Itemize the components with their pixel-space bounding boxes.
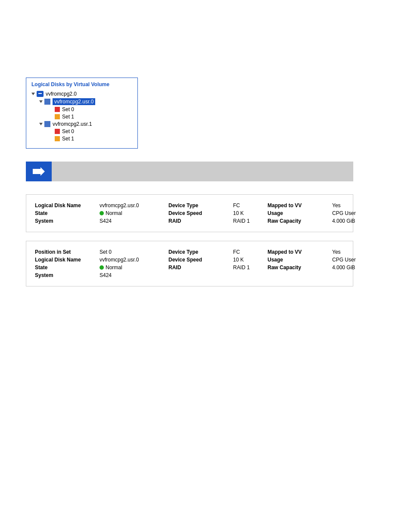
state-text-1: Normal — [106, 264, 122, 271]
label-usage-1: Usage — [268, 257, 332, 263]
arrow-button[interactable] — [26, 162, 52, 181]
status-dot-1 — [100, 265, 104, 270]
collapse-child0-icon[interactable] — [39, 100, 43, 103]
tree-child-node-0[interactable]: vvfromcpg2.usr.0 — [31, 98, 132, 105]
tree-panel-title: Logical Disks by Virtual Volume — [31, 81, 132, 87]
label-mapped-to-vv-1: Mapped to VV — [268, 249, 332, 255]
arrow-bar — [26, 162, 353, 181]
root-node-label: vvfromcpg2.0 — [46, 91, 77, 97]
child-node-1-label[interactable]: vvfromcpg2.usr.1 — [53, 121, 92, 127]
value-device-type-0: FC — [233, 202, 268, 208]
label-device-speed-0: Device Speed — [168, 210, 233, 216]
tree-panel: Logical Disks by Virtual Volume vvfromcp… — [26, 78, 138, 149]
value-raw-capacity-1: 4.000 GiB — [332, 264, 384, 271]
label-logical-disk-name-0: Logical Disk Name — [35, 202, 100, 208]
detail-panel-1: Position in Set Set 0 Device Type FC Map… — [26, 241, 353, 286]
label-device-type-0: Device Type — [168, 202, 233, 208]
detail-grid-0: Logical Disk Name vvfromcpg2.usr.0 Devic… — [35, 202, 344, 224]
label-state-1: State — [35, 264, 100, 271]
status-dot-0 — [100, 211, 104, 215]
set-node-0-1-label: Set 1 — [62, 114, 74, 120]
value-raid-0: RAID 1 — [233, 218, 268, 224]
value-raid-1: RAID 1 — [233, 264, 268, 271]
label-device-type-1: Device Type — [168, 249, 233, 255]
value-device-speed-0: 10 K — [233, 210, 268, 216]
value-mapped-to-vv-0: Yes — [332, 202, 384, 208]
tree-root-node[interactable]: vvfromcpg2.0 — [31, 91, 132, 97]
label-position-in-set-1: Position in Set — [35, 249, 100, 255]
label-system-1: System — [35, 272, 100, 278]
value-logical-disk-name-0: vvfromcpg2.usr.0 — [100, 202, 168, 208]
set-red-icon-1 — [55, 129, 60, 134]
label-logical-disk-name-1: Logical Disk Name — [35, 257, 100, 263]
vv-icon-0 — [44, 99, 50, 105]
set-node-1-0[interactable]: Set 0 — [31, 128, 132, 134]
value-device-type-1: FC — [233, 249, 268, 255]
arrow-right-icon — [33, 167, 45, 176]
set-node-1-1-label: Set 1 — [62, 136, 74, 142]
value-device-speed-1: 10 K — [233, 257, 268, 263]
svg-marker-0 — [33, 167, 45, 176]
detail-panel-0: Logical Disk Name vvfromcpg2.usr.0 Devic… — [26, 194, 353, 232]
label-raid-0: RAID — [168, 218, 233, 224]
label-raid-1: RAID — [168, 264, 233, 271]
vv-icon-1 — [44, 121, 50, 127]
value-state-0: Normal — [100, 210, 168, 216]
set-red-icon-0 — [55, 107, 60, 112]
main-container: Logical Disks by Virtual Volume vvfromcp… — [0, 0, 411, 312]
detail-grid-1: Position in Set Set 0 Device Type FC Map… — [35, 249, 344, 278]
label-raw-capacity-0: Raw Capacity — [268, 218, 332, 224]
label-mapped-to-vv-0: Mapped to VV — [268, 202, 332, 208]
label-state-0: State — [35, 210, 100, 216]
collapse-child1-icon[interactable] — [39, 123, 43, 125]
value-system-1: S424 — [100, 272, 168, 278]
label-usage-0: Usage — [268, 210, 332, 216]
value-state-1: Normal — [100, 264, 168, 271]
value-mapped-to-vv-1: Yes — [332, 249, 384, 255]
value-usage-1: CPG User — [332, 257, 384, 263]
set-orange-icon-1 — [55, 136, 60, 141]
tree-child-node-1[interactable]: vvfromcpg2.usr.1 — [31, 121, 132, 127]
value-raw-capacity-0: 4.000 GiB — [332, 218, 384, 224]
disk-icon — [37, 91, 44, 97]
label-device-speed-1: Device Speed — [168, 257, 233, 263]
set-node-0-1[interactable]: Set 1 — [31, 114, 132, 120]
collapse-icon[interactable] — [31, 93, 35, 95]
label-raw-capacity-1: Raw Capacity — [268, 264, 332, 271]
arrow-bar-content — [52, 162, 353, 181]
set-orange-icon-0 — [55, 114, 60, 119]
set-node-0-0[interactable]: Set 0 — [31, 106, 132, 112]
value-usage-0: CPG User — [332, 210, 384, 216]
set-node-1-1[interactable]: Set 1 — [31, 136, 132, 142]
state-text-0: Normal — [106, 210, 122, 216]
child-node-0-label[interactable]: vvfromcpg2.usr.0 — [53, 98, 95, 105]
set-node-1-0-label: Set 0 — [62, 128, 74, 134]
value-system-0: S424 — [100, 218, 168, 224]
label-system-0: System — [35, 218, 100, 224]
value-position-in-set-1: Set 0 — [100, 249, 168, 255]
value-logical-disk-name-1: vvfromcpg2.usr.0 — [100, 257, 168, 263]
set-node-0-0-label: Set 0 — [62, 106, 74, 112]
